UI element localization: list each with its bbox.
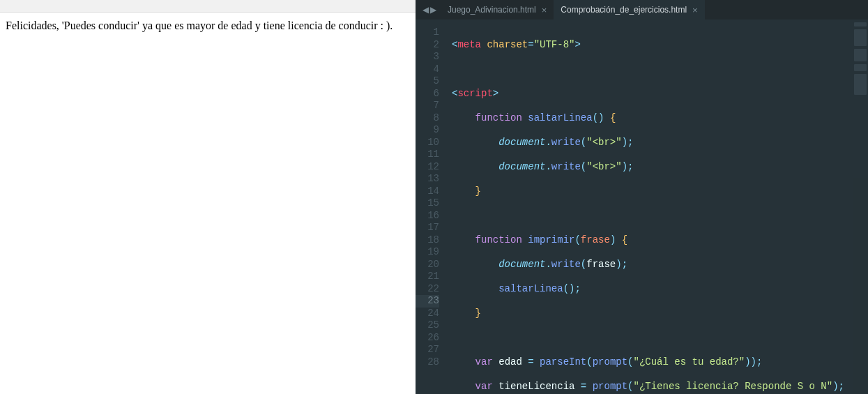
line-number: 8 [416,112,439,125]
line-number: 14 [416,185,439,198]
tab-nav-left-icon[interactable]: ◀ [422,5,429,15]
tab-juego-adivinacion[interactable]: Juego_Adivinacion.html × [441,0,554,20]
editor-pane: ◀ ▶ Juego_Adivinacion.html × Comprobació… [416,0,868,394]
code-line: document.write(frase); [452,259,868,271]
tab-nav-right-icon[interactable]: ▶ [430,5,436,15]
code-line: function imprimir(frase) { [452,234,868,247]
line-number: 16 [416,210,439,222]
code-line [452,210,868,222]
tab-bar: ◀ ▶ Juego_Adivinacion.html × Comprobació… [416,0,868,20]
code-line [452,332,868,344]
browser-chrome-bar [0,0,416,13]
line-number: 12 [416,161,439,174]
app-root: Felicidades, 'Puedes conducir' ya que es… [0,0,868,394]
line-number: 3 [416,51,439,63]
line-number: 9 [416,124,439,137]
line-number: 1 [416,26,439,39]
line-number: 27 [416,344,439,356]
output-text: Felicidades, 'Puedes conducir' ya que es… [6,20,393,31]
line-number: 5 [416,75,439,88]
tab-comprobacion-ejercicios[interactable]: Comprobación_de_ejercicios.html × [554,0,704,20]
line-number: 2 [416,39,439,52]
line-number: 4 [416,63,439,76]
line-number: 15 [416,197,439,210]
browser-pane: Felicidades, 'Puedes conducir' ya que es… [0,0,416,394]
code-line: saltarLinea(); [452,283,868,296]
line-number: 24 [416,308,439,320]
code-line: document.write("<br>"); [452,137,868,149]
line-number: 23 [416,295,439,308]
tab-label: Comprobación_de_ejercicios.html [561,5,687,15]
line-number: 7 [416,100,439,112]
close-icon[interactable]: × [542,5,547,15]
line-number: 20 [416,259,439,271]
code-area[interactable]: <meta charset="UTF-8"> <script> function… [446,20,868,394]
minimap[interactable] [853,20,868,394]
line-number: 25 [416,319,439,332]
line-number: 13 [416,173,439,185]
line-number-gutter: 1234567891011121314151617181920212223242… [416,20,446,394]
tab-nav-arrows: ◀ ▶ [418,5,441,15]
close-icon[interactable]: × [692,5,698,15]
line-number: 11 [416,149,439,161]
code-line: var tieneLicencia = prompt("¿Tienes lice… [452,381,868,393]
tab-label: Juego_Adivinacion.html [448,5,536,15]
line-number: 6 [416,88,439,100]
code-line: } [452,308,868,320]
code-line: <meta charset="UTF-8"> [452,39,868,52]
browser-output: Felicidades, 'Puedes conducir' ya que es… [0,13,416,39]
line-number: 21 [416,271,439,283]
code-line: function saltarLinea() { [452,112,868,125]
line-number: 28 [416,356,439,369]
code-line: var edad = parseInt(prompt("¿Cuál es tu … [452,356,868,369]
editor-body[interactable]: 1234567891011121314151617181920212223242… [416,20,868,394]
code-line: <script> [452,88,868,100]
line-number: 18 [416,234,439,247]
line-number: 19 [416,246,439,259]
code-line [452,63,868,76]
code-line: document.write("<br>"); [452,161,868,174]
code-line: } [452,185,868,198]
line-number: 17 [416,222,439,234]
line-number: 22 [416,283,439,296]
line-number: 26 [416,332,439,344]
line-number: 10 [416,137,439,149]
